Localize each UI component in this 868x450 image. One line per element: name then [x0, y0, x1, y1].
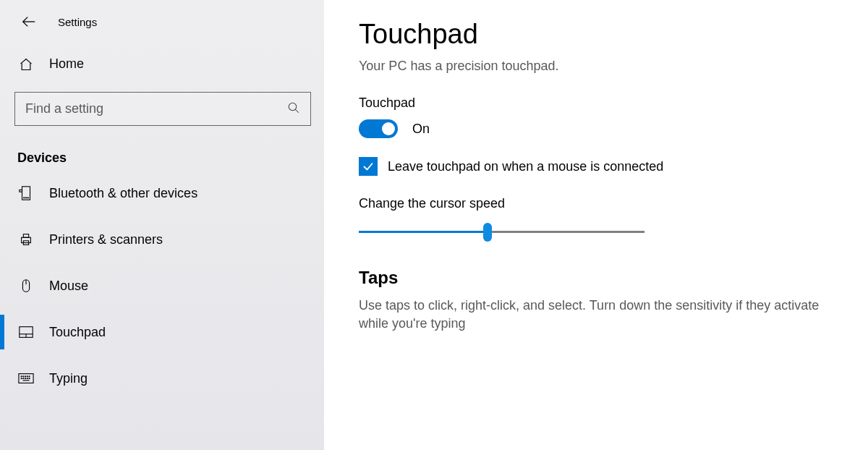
- svg-point-24: [25, 378, 26, 378]
- keyboard-icon: [17, 373, 35, 384]
- sidebar-item-label: Printers & scanners: [49, 232, 163, 247]
- svg-rect-9: [23, 234, 28, 238]
- leave-touchpad-on-label: Leave touchpad on when a mouse is connec…: [388, 159, 663, 174]
- page-subtitle: Your PC has a precision touchpad.: [359, 59, 854, 74]
- slider-fill: [359, 231, 488, 233]
- home-icon: [17, 57, 35, 72]
- svg-point-5: [25, 198, 26, 198]
- svg-point-21: [29, 376, 30, 377]
- svg-point-4: [24, 198, 25, 198]
- mouse-icon: [17, 278, 35, 294]
- home-nav-item[interactable]: Home: [0, 43, 324, 85]
- svg-line-2: [295, 109, 299, 113]
- svg-point-22: [21, 378, 22, 378]
- leave-touchpad-on-row: Leave touchpad on when a mouse is connec…: [359, 157, 854, 176]
- sidebar-item-mouse[interactable]: Mouse: [0, 263, 324, 309]
- sidebar-item-label: Touchpad: [49, 325, 106, 340]
- header-row: Settings: [0, 0, 324, 43]
- sidebar: Settings Home Find a setting Devices: [0, 0, 324, 450]
- search-icon: [287, 101, 300, 116]
- sidebar-item-label: Bluetooth & other devices: [49, 186, 197, 201]
- touchpad-icon: [17, 325, 35, 339]
- leave-touchpad-on-checkbox[interactable]: [359, 157, 378, 176]
- svg-point-23: [23, 378, 24, 378]
- svg-point-20: [27, 376, 27, 377]
- cursor-speed-slider[interactable]: [359, 223, 644, 242]
- sidebar-item-label: Typing: [49, 371, 88, 386]
- svg-point-6: [27, 198, 28, 198]
- cursor-speed-label: Change the cursor speed: [359, 196, 854, 211]
- app-title: Settings: [58, 16, 97, 28]
- svg-point-17: [21, 376, 22, 377]
- svg-rect-8: [22, 237, 31, 242]
- taps-description: Use taps to click, right-click, and sele…: [359, 297, 822, 333]
- home-label: Home: [49, 56, 84, 72]
- main-content: Touchpad Your PC has a precision touchpa…: [324, 0, 868, 450]
- page-title: Touchpad: [359, 19, 854, 50]
- svg-rect-7: [20, 190, 22, 192]
- back-button[interactable]: [20, 13, 38, 30]
- svg-point-25: [27, 378, 27, 378]
- toggle-state-label: On: [412, 122, 430, 137]
- toggle-thumb: [382, 122, 395, 135]
- slider-thumb: [483, 223, 492, 242]
- svg-point-1: [289, 103, 297, 111]
- svg-point-26: [29, 378, 30, 378]
- printer-icon: [17, 232, 35, 247]
- bluetooth-devices-icon: [17, 185, 35, 201]
- taps-heading: Taps: [359, 268, 854, 288]
- search-input[interactable]: Find a setting: [14, 92, 311, 126]
- sidebar-item-printers[interactable]: Printers & scanners: [0, 216, 324, 263]
- svg-point-18: [23, 376, 24, 377]
- search-row: Find a setting: [0, 85, 324, 133]
- sidebar-section-title: Devices: [0, 133, 324, 170]
- sidebar-item-bluetooth[interactable]: Bluetooth & other devices: [0, 170, 324, 216]
- search-placeholder: Find a setting: [25, 101, 287, 116]
- touchpad-toggle-row: On: [359, 119, 854, 138]
- touchpad-toggle[interactable]: [359, 119, 398, 138]
- sidebar-item-typing[interactable]: Typing: [0, 355, 324, 402]
- arrow-left-icon: [21, 14, 37, 30]
- sidebar-item-touchpad[interactable]: Touchpad: [0, 309, 324, 355]
- sidebar-item-label: Mouse: [49, 279, 88, 294]
- touchpad-toggle-label: Touchpad: [359, 95, 854, 111]
- check-icon: [362, 160, 375, 173]
- svg-point-19: [25, 376, 26, 377]
